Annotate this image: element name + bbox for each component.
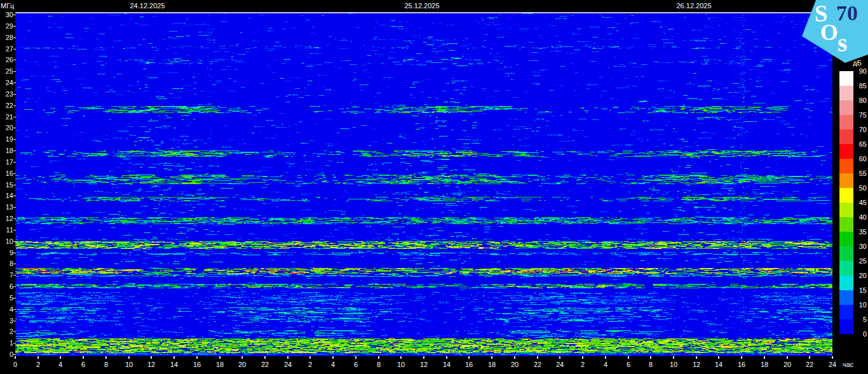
x-tick-mark: [83, 356, 84, 359]
x-tick-label: 16: [461, 361, 477, 369]
colorbar-tick-label: 0: [851, 330, 867, 338]
colorbar-tick-label: 65: [851, 140, 867, 149]
colorbar-tick-label: 35: [851, 228, 867, 236]
y-tick-label: 30: [0, 11, 13, 19]
x-tick-mark: [673, 356, 674, 359]
x-axis-unit-label: час: [843, 361, 853, 369]
x-tick-mark: [446, 356, 447, 359]
x-tick-label: 6: [75, 361, 92, 369]
y-tick-mark: [13, 298, 16, 298]
y-tick-mark: [13, 321, 16, 321]
x-tick-mark: [787, 356, 788, 359]
y-tick-label: 9: [0, 249, 13, 257]
y-tick-label: 0: [0, 351, 13, 359]
x-tick-label: 0: [7, 361, 24, 369]
y-tick-mark: [13, 49, 16, 50]
y-tick-label: 21: [0, 113, 13, 121]
x-tick-label: 2: [574, 361, 591, 369]
logo-letter-s2: s: [837, 28, 848, 58]
x-tick-label: 18: [212, 361, 228, 369]
colorbar-tick-label: 90: [851, 67, 867, 76]
x-tick-mark: [355, 356, 356, 359]
x-tick-label: 14: [710, 361, 727, 369]
y-tick-mark: [13, 207, 16, 208]
y-tick-label: 8: [0, 260, 13, 268]
x-tick-label: 24: [280, 361, 296, 369]
x-tick-mark: [809, 356, 810, 359]
y-tick-label: 4: [0, 305, 13, 314]
x-tick-label: 18: [756, 361, 773, 369]
y-tick-label: 3: [0, 317, 13, 325]
y-tick-mark: [13, 37, 16, 38]
colorbar-tick-label: 80: [851, 97, 867, 105]
y-tick-mark: [13, 173, 16, 174]
y-tick-label: 14: [0, 192, 13, 200]
spectrogram-page: МГц 24.12.2025 25.12.2025 26.12.2025 302…: [0, 0, 868, 374]
x-tick-label: 6: [348, 361, 364, 369]
y-axis-unit-label: МГц: [1, 2, 14, 10]
x-tick-label: 16: [733, 361, 750, 369]
y-tick-mark: [13, 162, 16, 163]
y-tick-label: 12: [0, 215, 13, 223]
y-tick-mark: [13, 331, 16, 332]
x-tick-mark: [400, 356, 402, 359]
x-tick-mark: [37, 356, 39, 359]
x-tick-mark: [468, 356, 470, 359]
y-tick-mark: [13, 150, 16, 151]
x-tick-label: 24: [824, 361, 841, 369]
y-tick-label: 20: [0, 124, 13, 132]
colorbar-tick-label: 60: [851, 155, 867, 163]
colorbar-tick-label: 70: [851, 126, 867, 134]
colorbar-tick-label: 25: [851, 257, 867, 265]
x-tick-label: 16: [189, 361, 205, 369]
logo-number-70: 70: [836, 1, 858, 25]
x-tick-mark: [15, 356, 16, 359]
y-tick-mark: [13, 15, 16, 15]
y-tick-mark: [13, 26, 16, 27]
y-tick-mark: [13, 139, 16, 140]
y-tick-label: 28: [0, 34, 13, 42]
x-tick-mark: [378, 356, 379, 359]
x-tick-mark: [309, 356, 311, 359]
x-tick-mark: [582, 356, 583, 359]
x-tick-mark: [491, 356, 492, 359]
colorbar-tick-label: 30: [851, 243, 867, 251]
y-tick-label: 7: [0, 271, 13, 279]
x-tick-label: 18: [484, 361, 500, 369]
date-label-day1: 24.12.2025: [122, 2, 173, 10]
x-tick-mark: [514, 356, 515, 359]
x-tick-label: 4: [597, 361, 614, 369]
y-tick-mark: [13, 275, 16, 276]
x-tick-label: 8: [642, 361, 659, 369]
colorbar-tick-label: 45: [851, 199, 867, 207]
x-tick-label: 12: [143, 361, 159, 369]
y-tick-label: 17: [0, 158, 13, 166]
y-tick-mark: [13, 83, 16, 83]
x-tick-mark: [264, 356, 266, 359]
y-tick-mark: [13, 309, 16, 310]
y-tick-mark: [13, 128, 16, 128]
x-tick-label: 4: [325, 361, 341, 369]
y-tick-label: 22: [0, 102, 13, 110]
x-tick-mark: [60, 356, 61, 359]
y-tick-mark: [13, 253, 16, 253]
x-tick-label: 12: [688, 361, 705, 369]
y-tick-mark: [13, 196, 16, 196]
x-tick-label: 8: [98, 361, 114, 369]
x-tick-label: 22: [801, 361, 818, 369]
x-tick-mark: [423, 356, 424, 359]
y-tick-label: 26: [0, 56, 13, 64]
x-tick-mark: [105, 356, 107, 359]
y-tick-mark: [13, 218, 16, 219]
y-tick-mark: [13, 105, 16, 106]
y-tick-mark: [13, 94, 16, 95]
y-tick-label: 16: [0, 170, 13, 178]
x-tick-label: 20: [506, 361, 523, 369]
colorbar-tick-label: 15: [851, 286, 867, 295]
colorbar-tick-label: 75: [851, 111, 867, 119]
x-tick-label: 22: [529, 361, 546, 369]
x-tick-label: 20: [779, 361, 796, 369]
x-tick-label: 6: [620, 361, 637, 369]
y-tick-mark: [13, 264, 16, 264]
x-tick-label: 24: [552, 361, 568, 369]
